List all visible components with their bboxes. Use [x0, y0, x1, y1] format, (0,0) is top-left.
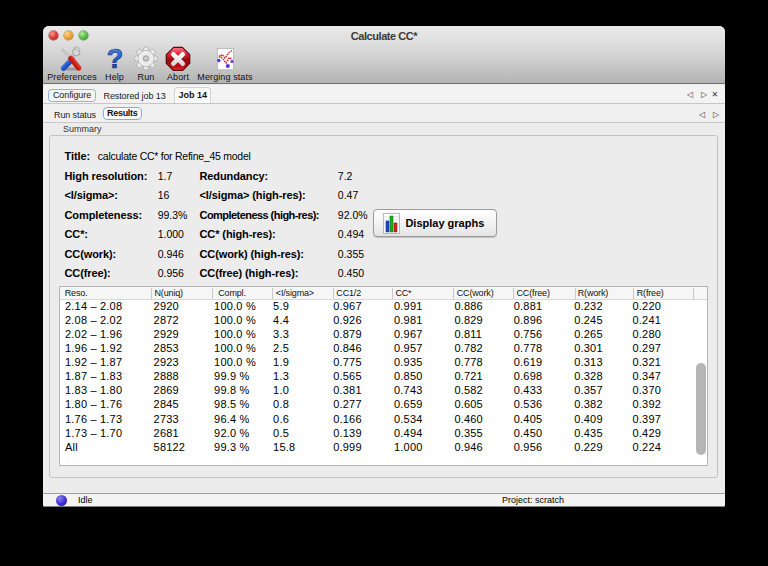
svg-text:?: ? — [106, 46, 123, 71]
